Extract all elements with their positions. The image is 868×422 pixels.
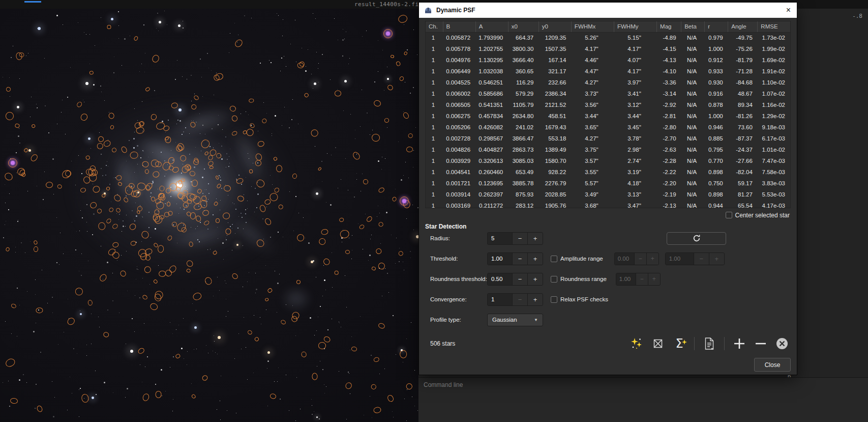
threshold-input[interactable]: 1.00 [488,253,512,265]
field-star [52,381,52,382]
field-star [52,297,53,298]
column-header-rmse[interactable]: RMSE [758,21,790,32]
column-header-b[interactable]: B [443,21,475,32]
psf-table-cell: 0.426082 [475,122,508,133]
psf-table-row[interactable]: 10.0065050.5413511105.792121.523.56"3.12… [426,99,790,110]
psf-star-table[interactable]: Ch.BAx0y0FWHMxFWHMyMagBetarAngleRMSE 10.… [425,21,791,208]
psf-table-row[interactable]: 10.0039290.3206133085.031580.703.57"2.74… [426,155,790,166]
command-line-panel[interactable]: Command line [418,377,868,422]
roundness-range-checkbox[interactable] [551,276,557,283]
column-header-a[interactable]: A [475,21,508,32]
profile-type-dropdown[interactable]: Gaussian ▼ [487,314,543,326]
star-marker [267,288,273,293]
field-star [322,54,323,55]
column-header-ch[interactable]: Ch. [426,21,443,32]
convergence-increment-button[interactable]: + [527,294,543,305]
psf-table-cell: 664.37 [508,32,538,43]
radius-decrement-button[interactable]: − [512,233,527,244]
clear-all-icon [774,336,790,351]
column-header-x0[interactable]: x0 [508,21,538,32]
radius-increment-button[interactable]: + [527,233,543,244]
export-stars-button[interactable] [649,335,667,352]
psf-table-cell: 1905.76 [538,200,571,208]
field-star [365,214,366,214]
field-star [8,381,9,381]
psf-table-row[interactable]: 10.0058721.793990664.371209.355.26"5.15"… [426,32,790,43]
field-star [413,150,414,151]
column-header-fwhmy[interactable]: FWHMy [614,21,656,32]
psf-table-row[interactable]: 10.0045250.546251116.29232.664.27"3.97"-… [426,77,790,88]
field-star [286,66,286,67]
detect-stars-button[interactable] [628,335,645,352]
star-marker [312,373,318,380]
field-star [53,416,54,417]
bright-star [130,350,133,353]
psf-table-row[interactable]: 10.0064491.032038360.65321.174.47"4.17"-… [426,66,790,77]
average-psf-button[interactable]: Σ [671,335,688,352]
psf-table-cell: 3.13" [614,189,656,200]
remove-all-stars-button[interactable] [773,335,791,352]
column-header-r[interactable]: r [705,21,728,32]
field-star [396,354,396,355]
psf-table-row[interactable]: 10.0017210.1236953885.782276.795.57"4.18… [426,178,790,189]
field-star [81,173,82,174]
dialog-titlebar[interactable]: Dynamic PSF × [419,3,797,18]
psf-table-cell: 1.000 [705,110,728,122]
field-star [145,53,145,53]
threshold-decrement-button[interactable]: − [512,253,527,265]
psf-table-row[interactable]: 10.0060020.585686579.292386.343.73"3.41"… [426,88,790,99]
psf-table-cell: 0.898 [705,166,728,178]
column-header-beta[interactable]: Beta [681,21,705,32]
psf-table-row[interactable]: 10.0049761.1302953666.40167.144.46"4.07"… [426,54,790,66]
amplitude-max-input: 1.00 [666,253,694,265]
galaxy-knot [202,193,203,194]
center-selected-star-checkbox[interactable] [726,212,732,218]
psf-table-cell: 4.07" [614,54,656,66]
star-marker [201,374,209,382]
dialog-close-icon[interactable]: × [786,6,791,14]
redetect-stars-button[interactable] [667,232,726,245]
psf-table-row[interactable]: 10.0045410.260460653.49928.223.55"3.19"-… [426,166,790,178]
save-star-list-button[interactable] [701,335,718,352]
threshold-increment-button[interactable]: + [527,253,543,265]
column-header-angle[interactable]: Angle [728,21,758,32]
radius-input[interactable]: 5 [488,233,512,244]
field-star [19,78,20,79]
column-header-fwhmx[interactable]: FWHMx [571,21,614,32]
image-canvas[interactable] [0,9,418,422]
psf-table-row[interactable]: 10.0027280.2985673866.47553.184.27"3.78"… [426,133,790,144]
field-star [3,77,3,77]
convergence-input[interactable]: 1 [488,294,512,305]
field-star [154,90,155,91]
field-star [81,254,82,254]
psf-table-row[interactable]: 10.0039140.262397875.932028.853.49"3.13"… [426,189,790,200]
psf-table-cell: 1.01e-02 [758,144,790,155]
bright-star [387,78,389,80]
psf-table-row[interactable]: 10.0031690.211272283.121905.763.68"3.47"… [426,200,790,208]
field-star [222,242,224,244]
field-star [5,184,5,185]
star-marker [371,133,380,142]
field-star [395,263,396,264]
field-star [173,356,174,357]
field-star [351,336,352,337]
remove-star-button[interactable] [752,335,769,352]
field-star [378,71,378,72]
amplitude-range-checkbox[interactable] [551,256,557,262]
roundness-threshold-input[interactable]: 0.50 [488,273,512,285]
add-star-button[interactable] [731,335,748,352]
psf-table-row[interactable]: 10.0052060.426082241.021679.433.65"3.45"… [426,122,790,133]
roundness-decrement-button[interactable]: − [512,273,527,285]
close-button[interactable]: Close [754,358,791,372]
field-star [277,13,277,14]
field-star [364,415,364,415]
psf-table-row[interactable]: 10.0062750.4578342634.80458.513.44"3.44"… [426,110,790,122]
psf-table-cell: 1507.35 [538,43,571,54]
psf-table-row[interactable]: 10.0057781.2027553800.301507.354.17"4.17… [426,43,790,54]
column-header-mag[interactable]: Mag [657,21,681,32]
roundness-increment-button[interactable]: + [527,273,543,285]
relax-psf-checkbox[interactable] [551,296,557,303]
psf-table-row[interactable]: 10.0048260.4048272863.731389.493.75"2.98… [426,144,790,155]
field-star [262,218,263,219]
column-header-y0[interactable]: y0 [538,21,571,32]
